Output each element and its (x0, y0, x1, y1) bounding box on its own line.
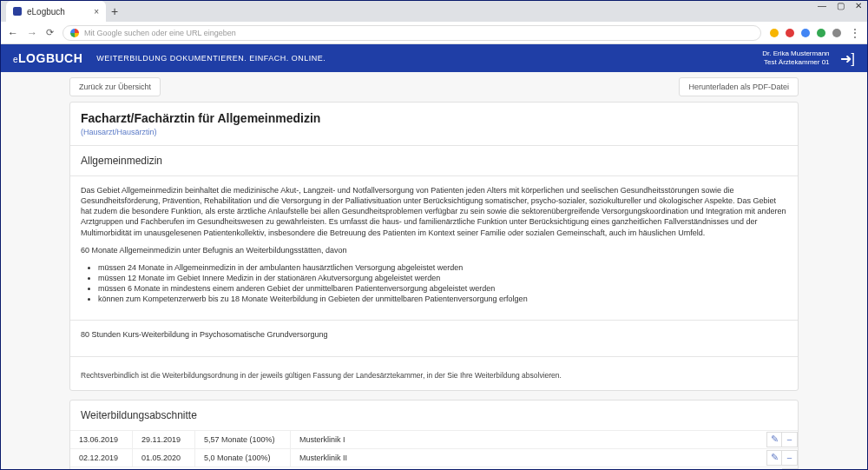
period-place: Musterklinik I (291, 431, 766, 448)
avatar-icon[interactable] (832, 29, 841, 37)
nav-reload-icon[interactable]: ⟳ (46, 27, 54, 38)
extension-icons (770, 29, 841, 37)
window-maximize-icon[interactable]: ▢ (837, 1, 845, 10)
nav-back-icon[interactable]: ← (8, 27, 18, 39)
user-org: Test Ärztekammer 01 (762, 58, 829, 67)
nav-forward-icon[interactable]: → (27, 27, 37, 39)
page-title: Facharzt/Fachärztin für Allgemeinmedizin (81, 111, 787, 125)
address-bar[interactable]: Mit Google suchen oder eine URL eingeben (62, 25, 761, 41)
tab-close-icon[interactable]: × (94, 7, 99, 17)
app-tagline: WEITERBILDUNG DOKUMENTIEREN. EINFACH. ON… (96, 54, 326, 63)
period-from: 13.06.2019 (70, 431, 133, 448)
add-icon[interactable]: + (782, 468, 798, 469)
window-close-icon[interactable]: ✕ (855, 1, 862, 10)
period-duration: 5,0 Monate (100%) (195, 449, 291, 467)
top-actions: Zurück zur Übersicht Herunterladen als P… (69, 77, 799, 96)
description-body: Das Gebiet Allgemeinmedizin beinhaltet d… (70, 176, 798, 320)
browser-menu-icon[interactable]: ⋮ (850, 27, 860, 39)
page-content: Zurück zur Übersicht Herunterladen als P… (1, 72, 867, 469)
remove-icon[interactable]: − (782, 432, 798, 447)
training-period-row: 02.12.2019 01.05.2020 5,0 Monate (100%) … (70, 448, 798, 467)
period-place: Musterklinik II (291, 449, 766, 467)
edit-icon[interactable]: ✎ (766, 450, 782, 466)
favicon (13, 7, 22, 16)
browser-toolbar: ← → ⟳ Mit Google suchen oder eine URL ei… (1, 22, 867, 44)
remove-icon[interactable]: − (782, 450, 798, 466)
description-p1: Das Gebiet Allgemeinmedizin beinhaltet d… (81, 185, 787, 238)
training-periods-footer: Gesamtdauer: 10,57 Monate Weiterbildungs… (70, 467, 798, 469)
requirement-item: müssen 12 Monate im Gebiet Innere Medizi… (98, 273, 787, 283)
section-heading: Allgemeinmedizin (81, 155, 787, 167)
training-periods-card: Weiterbildungsabschnitte 13.06.2019 29.1… (69, 400, 799, 469)
requirement-item: müssen 24 Monate in Allgemeinmedizin in … (98, 262, 787, 273)
edit-icon[interactable]: ✎ (766, 432, 782, 447)
main-card: Facharzt/Fachärztin für Allgemeinmedizin… (69, 102, 799, 391)
browser-tab-strip: eLogbuch × + — ▢ ✕ (1, 1, 867, 22)
period-from: 02.12.2019 (70, 449, 133, 467)
address-placeholder: Mit Google suchen oder eine URL eingeben (84, 29, 236, 37)
extension-icon[interactable] (801, 29, 810, 37)
extension-icon[interactable] (786, 29, 794, 37)
extension-icon[interactable] (817, 29, 825, 37)
user-name: Dr. Erika Mustermann (762, 50, 829, 58)
window-minimize-icon[interactable]: — (818, 1, 826, 10)
tab-title: eLogbuch (27, 7, 89, 17)
back-to-overview-button[interactable]: Zurück zur Übersicht (69, 77, 161, 96)
subtitle-link[interactable]: (Hausarzt/Hausärztin) (81, 128, 787, 136)
add-period-link[interactable]: Weiterbildungsabschnitt hinzufügen (645, 467, 782, 469)
training-period-row: 13.06.2019 29.11.2019 5,57 Monate (100%)… (70, 430, 798, 448)
app-logo[interactable]: eLOGBUCH (13, 51, 82, 65)
browser-tab[interactable]: eLogbuch × (6, 1, 106, 22)
period-duration: 5,57 Monate (100%) (195, 431, 291, 448)
google-icon (70, 29, 79, 37)
new-tab-button[interactable]: + (111, 4, 118, 18)
requirement-item: müssen 6 Monate in mindestens einem ande… (98, 283, 787, 294)
training-periods-heading: Weiterbildungsabschnitte (81, 409, 787, 421)
period-to: 01.05.2020 (133, 449, 195, 467)
requirements-list: müssen 24 Monate in Allgemeinmedizin in … (81, 262, 787, 305)
total-duration: Gesamtdauer: 10,57 Monate (70, 467, 187, 469)
legal-note: Rechtsverbindlich ist die Weiterbildungs… (81, 371, 562, 380)
extension-icon[interactable] (770, 29, 779, 37)
period-to: 29.11.2019 (133, 431, 195, 448)
app-header: eLOGBUCH WEITERBILDUNG DOKUMENTIEREN. EI… (1, 44, 867, 72)
window-controls: — ▢ ✕ (818, 1, 862, 10)
requirement-item: können zum Kompetenzerwerb bis zu 18 Mon… (98, 294, 787, 304)
download-pdf-button[interactable]: Herunterladen als PDF-Datei (679, 77, 799, 96)
login-icon[interactable]: ➜] (840, 50, 855, 67)
description-p2: 60 Monate Allgemeinmedizin unter Befugni… (81, 245, 787, 255)
user-info: Dr. Erika Mustermann Test Ärztekammer 01 (762, 50, 829, 66)
course-requirement: 80 Stunden Kurs-Weiterbildung in Psychos… (81, 329, 787, 340)
